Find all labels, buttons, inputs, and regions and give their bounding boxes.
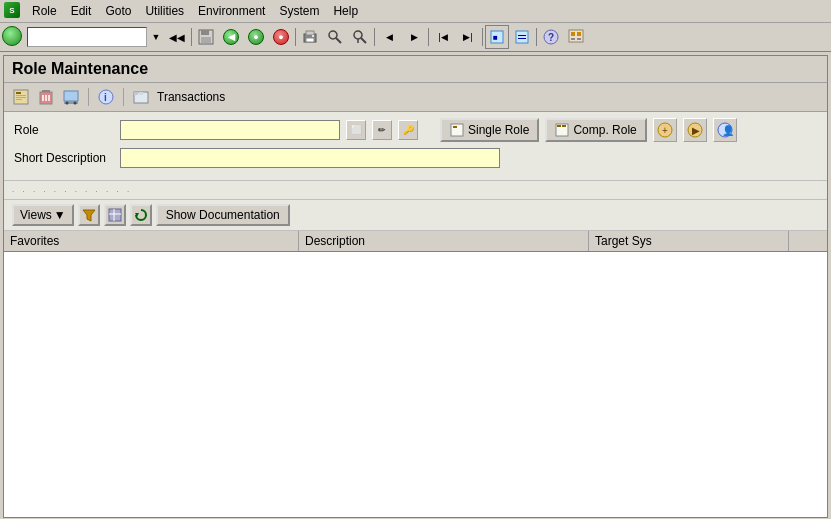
svg-rect-4 [306,31,314,35]
svg-line-8 [336,38,341,43]
short-desc-input[interactable] [120,148,500,168]
svg-rect-34 [64,91,78,101]
top-toolbar: ▼ ◀◀ ◀ ● ● [0,23,831,52]
page-up-btn[interactable]: ◀ [377,25,401,49]
transactions-icon[interactable] [130,86,152,108]
svg-point-6 [312,35,314,37]
info-btn[interactable]: i [95,86,117,108]
drag-dots: · · · · · · · · · · · · [12,187,132,196]
svg-rect-47 [562,125,566,127]
svg-point-7 [329,31,337,39]
command-field[interactable] [27,27,147,47]
page-title: Role Maintenance [12,60,148,78]
svg-rect-42 [139,92,143,95]
svg-rect-44 [453,126,457,128]
app-wrapper: S Role Edit Goto Utilities Environment S… [0,0,831,519]
short-desc-form-row: Short Description [14,148,817,168]
menu-environment[interactable]: Environment [192,2,271,20]
table-area: Favorites Description Target Sys [4,231,827,517]
layout-btn[interactable] [510,25,534,49]
menu-bar: S Role Edit Goto Utilities Environment S… [0,0,831,23]
page-down-btn[interactable]: ▶ [402,25,426,49]
first-page-btn[interactable]: |◀ [431,25,455,49]
col-header-favorites: Favorites [4,231,299,251]
svg-rect-5 [306,38,314,42]
comp-role-btn[interactable]: Comp. Role [545,118,646,142]
combo-dropdown-btn[interactable]: ▼ [148,27,164,47]
role-action1-btn[interactable]: + [653,118,677,142]
role-edit-btn[interactable]: ✏ [372,120,392,140]
svg-point-36 [66,102,69,105]
svg-rect-15 [518,35,526,36]
svg-rect-43 [451,124,463,136]
menu-goto[interactable]: Goto [99,2,137,20]
nav-back-btn[interactable]: ◀ [219,25,243,49]
svg-rect-27 [16,97,26,98]
role-key-btn[interactable]: 🔑 [398,120,418,140]
svg-text:i: i [104,92,107,103]
print-btn[interactable] [298,25,322,49]
show-documentation-btn[interactable]: Show Documentation [156,204,290,226]
svg-rect-28 [16,99,22,100]
svg-rect-41 [134,92,138,95]
show-doc-label: Show Documentation [166,208,280,222]
views-dropdown-btn[interactable]: Views ▼ [12,204,74,226]
col-header-description: Description [299,231,589,251]
svg-rect-1 [201,30,209,35]
svg-rect-26 [16,95,26,96]
menu-system[interactable]: System [273,2,325,20]
transport-btn[interactable] [60,86,82,108]
role-form-row: Role ⬜ ✏ 🔑 Single Role [14,118,817,142]
toolbar-sep-1 [88,88,89,106]
svg-marker-54 [83,210,95,221]
svg-text:▶: ▶ [692,125,700,136]
views-label: Views [20,208,52,222]
svg-line-10 [361,38,366,43]
role-action3-btn[interactable]: 👤 [713,118,737,142]
role-action2-btn[interactable]: ▶ [683,118,707,142]
display-change-btn[interactable]: ■ [485,25,509,49]
refresh-btn[interactable] [130,204,152,226]
svg-text:+: + [662,125,668,136]
svg-rect-22 [571,38,575,40]
nav-first-btn[interactable]: ◀◀ [165,25,189,49]
find-next-btn[interactable] [348,25,372,49]
drag-area: · · · · · · · · · · · · [4,181,827,200]
delete-btn[interactable] [35,86,57,108]
role-label: Role [14,123,114,137]
menu-edit[interactable]: Edit [65,2,98,20]
find-btn[interactable] [323,25,347,49]
table-body [4,252,827,482]
svg-rect-20 [571,32,575,36]
col-header-targetsys: Target Sys [589,231,789,251]
last-page-btn[interactable]: ▶| [456,25,480,49]
role-matchcode-btn[interactable]: ⬜ [346,120,366,140]
inner-toolbar: i Transactions [4,83,827,112]
single-role-btn[interactable]: Single Role [440,118,539,142]
nav-history-btn[interactable]: ● [269,25,293,49]
table-header: Favorites Description Target Sys [4,231,827,252]
svg-point-37 [74,102,77,105]
filter-btn[interactable] [78,204,100,226]
ok-button[interactable] [2,26,24,48]
svg-point-9 [354,31,362,39]
role-input[interactable] [120,120,340,140]
svg-rect-21 [577,32,581,36]
help-btn[interactable]: ? [539,25,563,49]
nav-forward-btn[interactable]: ● [244,25,268,49]
single-role-label: Single Role [468,123,529,137]
menu-utilities[interactable]: Utilities [139,2,190,20]
create-btn[interactable] [10,86,32,108]
menu-bar-items: Role Edit Goto Utilities Environment Sys… [26,2,364,20]
sap-logo-icon[interactable]: S [4,2,22,20]
form-area: Role ⬜ ✏ 🔑 Single Role [4,112,827,181]
svg-rect-55 [109,209,121,221]
svg-text:👤: 👤 [721,124,734,137]
page-title-bar: Role Maintenance [4,56,827,83]
save-btn[interactable] [194,25,218,49]
menu-role[interactable]: Role [26,2,63,20]
svg-text:?: ? [548,32,554,43]
display-options-btn[interactable] [564,25,588,49]
menu-help[interactable]: Help [327,2,364,20]
layout-settings-btn[interactable] [104,204,126,226]
